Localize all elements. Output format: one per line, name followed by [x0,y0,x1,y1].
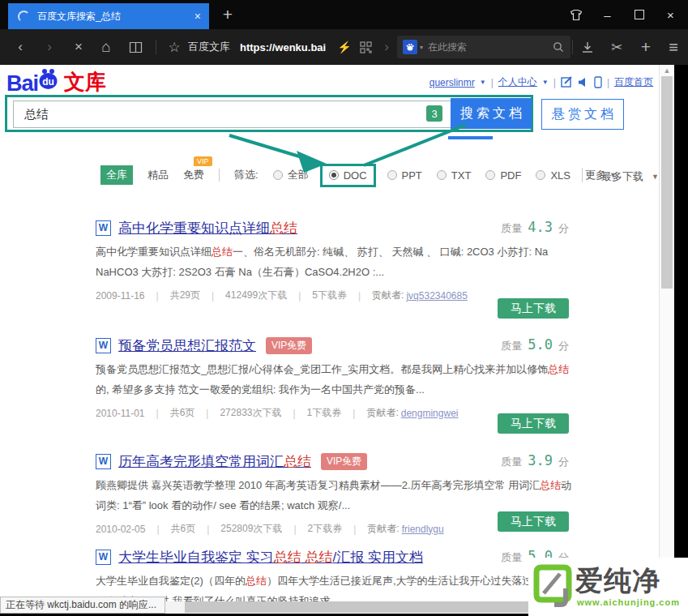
filter-type-label: PPT [402,169,422,182]
download-now-button[interactable]: 马上下载 [498,298,569,319]
vip-tag: VIP [194,156,212,166]
radio-icon[interactable] [329,170,339,180]
baidu-wenku-logo[interactable]: Bai du 文库 [6,67,106,96]
filter-type[interactable]: 全部 [273,168,309,182]
filter-type[interactable]: PPT [387,169,422,182]
filter-type-label: DOC [344,169,367,182]
scope-filter[interactable]: 精品 [147,168,169,182]
search-highlight-box: 3 搜索文档 [5,95,533,132]
radio-icon[interactable] [437,170,447,180]
browser-tab[interactable]: 百度文库搜索_总结 × [8,3,209,29]
logo-wenku: 文库 [64,68,106,96]
toolbar-divider [572,40,573,54]
loading-spinner-icon [18,11,30,23]
reward-docs-button[interactable]: 悬赏文档 [541,99,624,130]
personal-center-caret-icon[interactable]: ▼ [542,79,549,86]
title-bar: 百度文库搜索_总结 × + – × [0,0,688,29]
downloads-icon[interactable] [577,29,598,65]
filter-type[interactable]: XLS [536,169,570,182]
share-note-icon[interactable] [561,76,573,88]
menu-icon[interactable]: ≡ [663,29,684,65]
add-plus-icon[interactable]: + [635,29,656,65]
type-filters: 全部DOCPPTTXTPDFXLS [273,168,570,182]
mobile-phone-icon[interactable] [594,76,602,88]
more-dropdown[interactable]: 更多 ▼ [585,168,617,182]
minimize-button[interactable]: – [592,0,623,29]
personal-center-link[interactable]: 个人中心 [498,75,537,89]
qr-code-icon[interactable] [355,29,376,65]
contributor-link[interactable]: friendlygu [402,524,444,535]
horizontal-scroll-thumb[interactable] [185,601,533,613]
result-description: 预备党员思想汇报范文_思想汇报/心得体会_党团工作_实用文档。都是我网上精心找来… [96,359,575,400]
vertical-scrollbar[interactable]: ▲ [659,65,674,614]
search-result: W 高中化学重要知识点详细总结 质量4.3分 高中化学重要知识点详细总结一、俗名… [96,217,569,302]
contributor-link[interactable]: jvq532340685 [406,290,467,302]
engine-caret-icon[interactable]: ▾ [420,44,423,51]
result-title-link[interactable]: 高中化学重要知识点详细总结 [118,219,297,237]
radio-icon[interactable] [485,170,495,180]
browser-search-box[interactable]: ▾ 在此搜索 [397,36,570,58]
stop-icon[interactable]: × [68,29,89,65]
scope-filter[interactable]: 全库 [100,165,133,185]
close-window-button[interactable]: × [655,0,686,29]
maximize-button[interactable] [623,0,655,29]
scope-filter[interactable]: 免费VIP [183,168,204,182]
status-bar: 正在等待 wkctj.baidu.com 的响应... [0,597,165,614]
page-content: Bai du 文库 querslinmr ▼ | 个人中心 ▼ | [0,65,674,614]
filter-type-label: 全部 [288,168,309,182]
search-input[interactable] [13,101,459,128]
forward-icon[interactable]: › [39,29,60,65]
browser-toolbar: ‹ › × ⌂ ☆ 百度文库 https://wenku.bai ⚡ › ▾ 在… [0,29,688,65]
radio-icon[interactable] [273,170,283,180]
speaker-icon[interactable] [578,77,589,88]
radio-icon[interactable] [536,170,545,180]
scope-filters: 全库精品免费VIP [100,165,204,185]
tab-close-icon[interactable]: × [194,10,201,23]
word-doc-icon: W [96,220,111,236]
radio-icon[interactable] [387,170,397,180]
username-link[interactable]: querslinmr [429,77,475,88]
expand-chevron-icon[interactable]: › [376,29,397,65]
username-caret-icon[interactable]: ▼ [480,79,486,86]
vip-free-badge: VIP免费 [266,337,312,354]
filter-type[interactable]: PDF [485,169,521,182]
address-url[interactable]: https://wenku.bai [240,29,326,65]
baidu-paw-icon [403,40,417,54]
download-now-button[interactable]: 马上下载 [498,413,569,434]
logo-paw-icon: du [36,67,62,95]
baidu-home-link[interactable]: 百度首页 [614,75,653,89]
watermark-logo-icon [533,564,572,611]
new-tab-button[interactable]: + [216,2,240,28]
search-docs-button[interactable]: 搜索文档 [451,98,532,129]
screenshot-scissors-icon[interactable]: ✂ [606,29,627,65]
filter-type[interactable]: TXT [437,169,472,182]
scroll-up-icon[interactable]: ▲ [660,66,674,75]
toolbar-divider [156,40,156,54]
favorite-star-icon[interactable]: ☆ [164,29,185,65]
sort-caret-icon: ▼ [652,173,659,181]
maximize-icon [635,10,644,19]
result-title-link[interactable]: 大学生毕业自我鉴定 实习总结 总结/汇报 实用文档 [118,548,423,567]
filter-type-label: XLS [550,169,570,182]
filter-row: 全库精品免费VIP 筛选: 全部DOCPPTTXTPDFXLS 更多 ▼ [100,163,617,187]
result-description: 顾燕卿提供 嘉兴英语教学整理 2010 年高考英语复习精典素材——2.历年高考完… [96,475,575,515]
filter-type[interactable]: DOC [320,164,376,187]
home-icon[interactable]: ⌂ [96,29,117,65]
download-now-button[interactable]: 马上下载 [498,511,569,532]
search-result: W 预备党员思想汇报范文 VIP免费 质量5.0分 预备党员思想汇报范文_思想汇… [96,335,569,420]
suggestion-count-badge: 3 [426,105,442,122]
watermark: 爱纯净 www.aichunjing.com [528,558,688,616]
filter-type-label: TXT [451,169,472,182]
active-tab-underline [448,136,493,139]
skin-theme-icon[interactable] [560,0,592,29]
result-title-link[interactable]: 预备党员思想汇报范文 [118,336,256,355]
back-icon[interactable]: ‹ [10,29,31,65]
result-title-link[interactable]: 历年高考完形填空常用词汇总结 [118,452,311,471]
lightning-icon[interactable]: ⚡ [334,29,355,65]
quality-score: 质量5.0分 [501,336,569,353]
site-name: 百度文库 [188,29,230,65]
search-magnifier-icon[interactable] [553,41,564,53]
reading-view-icon[interactable] [125,29,146,65]
contributor-link[interactable]: dengmingwei [401,408,459,419]
vertical-scroll-thumb[interactable] [661,76,673,289]
